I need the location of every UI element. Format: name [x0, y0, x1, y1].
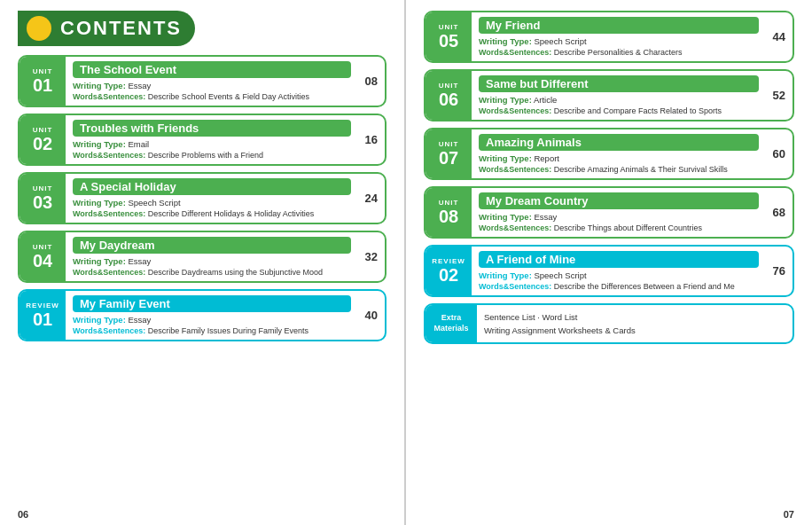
- unit-number: 02: [439, 265, 458, 285]
- unit-page-number: 24: [358, 174, 385, 223]
- unit-label: UNIT: [439, 23, 459, 32]
- unit-number: 01: [33, 310, 52, 329]
- unit-label: UNIT: [33, 67, 53, 76]
- unit-number: 04: [33, 251, 52, 270]
- unit-content: My Family EventWriting Type: EssayWords&…: [66, 291, 358, 340]
- writing-label: Writing Type:: [73, 139, 126, 149]
- unit-badge: UNIT07: [426, 129, 472, 178]
- unit-page-number: 16: [358, 115, 385, 164]
- unit-card-06: UNIT06Same but DifferentWriting Type: Ar…: [424, 69, 794, 121]
- unit-writing: Writing Type: Essay: [479, 212, 759, 222]
- unit-content: My Dream CountryWriting Type: EssayWords…: [472, 188, 766, 237]
- unit-title: Amazing Animals: [479, 134, 759, 151]
- contents-icon: [27, 16, 51, 41]
- unit-page-number: 76: [766, 247, 792, 295]
- unit-card-02: REVIEW02A Friend of MineWriting Type: Sp…: [424, 245, 794, 297]
- unit-badge: UNIT01: [20, 57, 66, 106]
- unit-content: My DaydreamWriting Type: EssayWords&Sent…: [66, 232, 358, 281]
- contents-header: CONTENTS: [18, 11, 195, 46]
- words-label: Words&Sentences:: [479, 223, 551, 232]
- unit-words: Words&Sentences: Describe Amazing Animal…: [479, 165, 759, 174]
- writing-label: Writing Type:: [479, 36, 532, 46]
- units-left: UNIT01The School EventWriting Type: Essa…: [18, 55, 386, 341]
- unit-words: Words&Sentences: Describe and Compare Fa…: [479, 106, 759, 115]
- extra-item: Writing Assignment Worksheets & Cards: [484, 324, 785, 337]
- unit-label: UNIT: [439, 140, 459, 149]
- unit-page-number: 32: [358, 232, 385, 281]
- words-label: Words&Sentences:: [479, 48, 551, 57]
- unit-writing: Writing Type: Speech Script: [479, 36, 759, 46]
- unit-title: My Friend: [479, 17, 759, 34]
- unit-badge: UNIT05: [426, 12, 472, 61]
- unit-writing: Writing Type: Essay: [73, 315, 351, 325]
- unit-card-02: UNIT02Troubles with FriendsWriting Type:…: [18, 114, 386, 166]
- writing-label: Writing Type:: [73, 198, 126, 208]
- unit-content: A Friend of MineWriting Type: Speech Scr…: [472, 247, 766, 295]
- unit-content: Amazing AnimalsWriting Type: ReportWords…: [472, 129, 766, 178]
- unit-words: Words&Sentences: Describe Things about D…: [479, 223, 759, 232]
- unit-card-01: REVIEW01My Family EventWriting Type: Ess…: [18, 289, 386, 341]
- writing-label: Writing Type:: [479, 270, 532, 280]
- words-label: Words&Sentences:: [73, 268, 145, 277]
- unit-page-number: 44: [766, 12, 792, 61]
- writing-label: Writing Type:: [73, 315, 126, 325]
- unit-content: A Special HolidayWriting Type: Speech Sc…: [66, 174, 358, 223]
- writing-label: Writing Type:: [73, 256, 126, 266]
- unit-badge: UNIT03: [20, 174, 66, 223]
- unit-title: The School Event: [73, 61, 351, 78]
- units-right: UNIT05My FriendWriting Type: Speech Scri…: [424, 11, 794, 297]
- contents-title: CONTENTS: [60, 17, 182, 40]
- unit-writing: Writing Type: Speech Script: [73, 198, 351, 208]
- unit-words: Words&Sentences: Describe Personalities …: [479, 48, 759, 57]
- unit-title: Same but Different: [479, 75, 759, 92]
- extra-label: ExtraMaterials: [433, 313, 468, 333]
- unit-words: Words&Sentences: Describe Different Holi…: [73, 209, 351, 218]
- unit-words: Words&Sentences: Describe Daydreams usin…: [73, 268, 351, 277]
- writing-label: Writing Type:: [73, 81, 126, 90]
- unit-number: 03: [33, 192, 52, 212]
- unit-writing: Writing Type: Essay: [73, 81, 351, 90]
- unit-content: Same but DifferentWriting Type: ArticleW…: [472, 71, 766, 120]
- unit-content: My FriendWriting Type: Speech ScriptWord…: [472, 12, 766, 61]
- unit-label: REVIEW: [432, 257, 465, 266]
- unit-writing: Writing Type: Essay: [73, 256, 351, 266]
- unit-number: 06: [439, 90, 458, 109]
- unit-content: Troubles with FriendsWriting Type: Email…: [66, 115, 358, 164]
- unit-title: My Daydream: [73, 237, 351, 254]
- unit-writing: Writing Type: Speech Script: [479, 270, 759, 280]
- unit-words: Words&Sentences: Describe Family Issues …: [73, 326, 351, 335]
- extra-content: Sentence List · Word ListWriting Assignm…: [477, 305, 792, 342]
- words-label: Words&Sentences:: [479, 282, 551, 291]
- unit-label: UNIT: [33, 126, 53, 135]
- unit-page-number: 60: [766, 129, 792, 178]
- unit-badge: UNIT08: [426, 188, 472, 237]
- unit-card-08: UNIT08My Dream CountryWriting Type: Essa…: [424, 186, 794, 239]
- unit-card-05: UNIT05My FriendWriting Type: Speech Scri…: [424, 11, 794, 63]
- unit-badge: UNIT04: [20, 232, 66, 281]
- page-number-left: 06: [18, 509, 28, 520]
- extra-badge: ExtraMaterials: [426, 305, 477, 342]
- unit-title: My Dream Country: [479, 192, 759, 209]
- unit-writing: Writing Type: Email: [73, 139, 351, 149]
- unit-label: UNIT: [439, 82, 459, 90]
- unit-label: UNIT: [33, 243, 53, 252]
- unit-card-03: UNIT03A Special HolidayWriting Type: Spe…: [18, 172, 386, 224]
- words-label: Words&Sentences:: [73, 151, 145, 160]
- unit-number: 08: [439, 207, 458, 226]
- unit-label: REVIEW: [26, 302, 59, 310]
- unit-badge: UNIT06: [426, 71, 472, 120]
- unit-page-number: 08: [358, 57, 385, 106]
- unit-card-01: UNIT01The School EventWriting Type: Essa…: [18, 55, 386, 107]
- writing-label: Writing Type:: [479, 95, 532, 105]
- unit-label: UNIT: [33, 184, 53, 193]
- unit-content: The School EventWriting Type: EssayWords…: [66, 57, 358, 106]
- writing-label: Writing Type:: [479, 153, 532, 163]
- page-number-right: 07: [784, 509, 794, 520]
- words-label: Words&Sentences:: [73, 326, 145, 335]
- unit-number: 01: [33, 75, 52, 95]
- unit-title: Troubles with Friends: [73, 120, 351, 137]
- unit-card-07: UNIT07Amazing AnimalsWriting Type: Repor…: [424, 128, 794, 180]
- extra-card: ExtraMaterialsSentence List · Word ListW…: [424, 303, 794, 344]
- extra-item: Sentence List · Word List: [484, 310, 785, 324]
- unit-number: 07: [439, 148, 458, 168]
